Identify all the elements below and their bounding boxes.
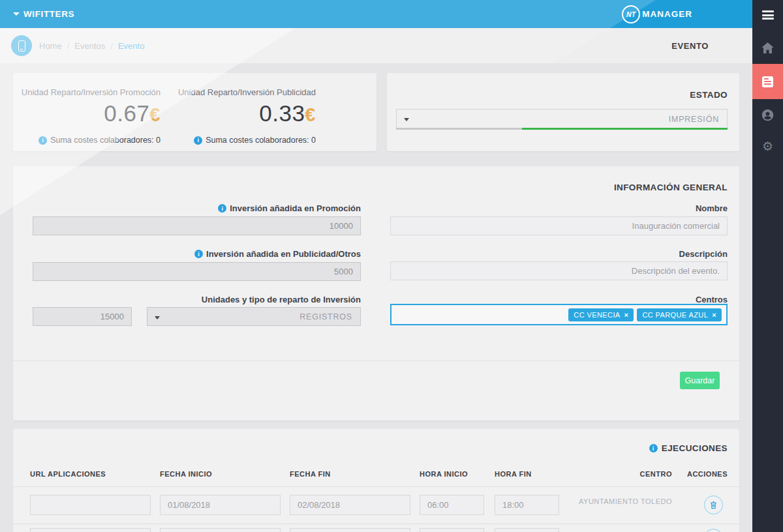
nombre-input[interactable] xyxy=(390,216,728,235)
mobile-device-icon xyxy=(18,40,25,52)
section-badge xyxy=(11,35,32,56)
unit-publicidad-value: 0.33€ xyxy=(146,100,316,126)
right-sidebar: ⚙ xyxy=(752,0,783,532)
col-fecha-fin: FECHA FIN xyxy=(290,470,331,478)
estado-select[interactable]: IMPRESIÓN xyxy=(396,109,728,129)
caret-down-icon xyxy=(13,12,20,16)
gear-icon: ⚙ xyxy=(762,139,773,153)
ejecuciones-title: iEJECUCIONES xyxy=(649,443,728,453)
promocion-input[interactable] xyxy=(33,216,361,235)
unit-promocion-value: 0.67€ xyxy=(0,100,161,126)
centro-tag: CC PARQUE AZUL× xyxy=(637,308,722,321)
unit-promocion-label: Unidad Reparto/Inversión Promoción xyxy=(0,87,161,97)
brand-name: WIFITTERS xyxy=(23,9,74,19)
save-button[interactable]: Guardar xyxy=(680,372,720,389)
breadcrumb-evento[interactable]: Evento xyxy=(118,41,144,51)
sidebar-item-evento-active[interactable] xyxy=(752,64,783,99)
ejecuciones-card: iEJECUCIONES URL APLICACIONES FECHA INIC… xyxy=(13,429,739,532)
row-fecha-inicio-input[interactable] xyxy=(160,495,281,515)
col-hora-inicio: HORA INICIO xyxy=(420,470,468,478)
info-icon: i xyxy=(38,136,47,145)
centros-multiselect[interactable]: CC VENECIA× CC PARQUE AZUL× xyxy=(390,304,728,325)
row-centro-value: AYUNTAMIENTO TOLEDO xyxy=(542,497,672,505)
page-title: EVENTO xyxy=(671,28,709,63)
unit-publicidad-note: iSuma costes colaboradores: 0 xyxy=(120,136,316,145)
row-url-input[interactable] xyxy=(30,528,151,532)
estado-progress-bar xyxy=(396,128,728,130)
info-icon: i xyxy=(649,444,658,452)
estado-selected-value: IMPRESIÓN xyxy=(669,110,719,128)
col-hora-fin: HORA FIN xyxy=(495,470,532,478)
row-fecha-inicio-input[interactable] xyxy=(160,528,281,532)
delete-row-button[interactable] xyxy=(704,495,723,514)
sidebar-item-users[interactable] xyxy=(752,106,783,123)
publicidad-label: iInversión añadida en Publicidad/Otros xyxy=(163,249,361,259)
sidebar-item-settings[interactable]: ⚙ xyxy=(752,138,783,155)
tipo-reparto-select[interactable]: REGISTROS xyxy=(147,307,361,326)
breadcrumb-bar: Home / Eventos / Evento EVENTO xyxy=(0,28,752,63)
select-caret-icon xyxy=(155,316,160,319)
remove-tag-icon[interactable]: × xyxy=(712,311,716,319)
breadcrumb: Home / Eventos / Evento xyxy=(39,28,144,63)
row-hora-inicio-input[interactable] xyxy=(420,528,484,532)
col-centro: CENTRO xyxy=(607,470,672,478)
nt-manager-logo: NT MANAGER xyxy=(622,0,692,28)
delete-row-button[interactable] xyxy=(704,529,723,532)
row-fecha-fin-input[interactable] xyxy=(290,528,410,532)
info-icon: i xyxy=(194,250,203,258)
breadcrumb-home[interactable]: Home xyxy=(39,41,62,51)
card-divider xyxy=(13,361,739,361)
centro-tag: CC VENECIA× xyxy=(568,308,634,321)
table-divider xyxy=(13,486,739,487)
home-icon xyxy=(761,42,774,53)
info-icon: i xyxy=(218,204,226,213)
hamburger-menu-icon[interactable] xyxy=(752,8,783,22)
brand-dropdown[interactable]: WIFITTERS xyxy=(13,0,74,28)
estado-card: ESTADO IMPRESIÓN xyxy=(387,73,739,151)
descripcion-label: Descripción xyxy=(532,249,728,259)
unit-publicidad-label: Unidad Reparto/Inversión Publicidad xyxy=(146,87,316,97)
unidades-input[interactable] xyxy=(33,307,132,326)
app-window: WIFITTERS NT MANAGER ⚙ Home / Eventos xyxy=(0,0,783,532)
remove-tag-icon[interactable]: × xyxy=(624,311,629,319)
euro-icon: € xyxy=(305,104,316,125)
breadcrumb-separator: / xyxy=(110,41,113,51)
unit-reparto-card: Unidad Reparto/Inversión Promoción 0.67€… xyxy=(13,73,376,151)
nt-logo-text: MANAGER xyxy=(642,9,692,19)
breadcrumb-separator: / xyxy=(67,41,70,51)
tipo-reparto-value: REGISTROS xyxy=(299,308,352,325)
estado-title: ESTADO xyxy=(690,90,728,100)
table-divider xyxy=(13,524,739,524)
breadcrumb-eventos[interactable]: Eventos xyxy=(74,41,105,51)
user-icon xyxy=(761,108,775,122)
unidades-label: Unidades y tipo de reparto de Inversión xyxy=(163,295,361,304)
trash-icon xyxy=(709,500,718,510)
row-url-input[interactable] xyxy=(30,495,151,515)
select-caret-icon xyxy=(404,118,409,121)
top-nav-bar: WIFITTERS NT MANAGER xyxy=(0,0,752,28)
row-hora-inicio-input[interactable] xyxy=(420,495,484,515)
document-icon xyxy=(762,76,773,87)
nombre-label: Nombre xyxy=(532,203,728,213)
informacion-general-title: INFORMACIÓN GENERAL xyxy=(614,183,728,192)
sidebar-item-home[interactable] xyxy=(752,39,783,56)
informacion-general-card: INFORMACIÓN GENERAL iInversión añadida e… xyxy=(13,166,739,421)
row-hora-fin-input[interactable] xyxy=(495,528,559,532)
publicidad-input[interactable] xyxy=(33,262,361,281)
descripcion-input[interactable] xyxy=(390,261,728,280)
nt-logo-circle: NT xyxy=(622,5,640,23)
row-fecha-fin-input[interactable] xyxy=(290,495,410,515)
promocion-label: iInversión añadida en Promoción xyxy=(163,203,361,213)
col-acciones: ACCIONES xyxy=(682,470,728,478)
col-url-aplicaciones: URL APLICACIONES xyxy=(30,470,106,478)
col-fecha-inicio: FECHA INICIO xyxy=(160,470,212,478)
info-icon: i xyxy=(194,136,202,145)
centros-label: Centros xyxy=(532,295,728,304)
